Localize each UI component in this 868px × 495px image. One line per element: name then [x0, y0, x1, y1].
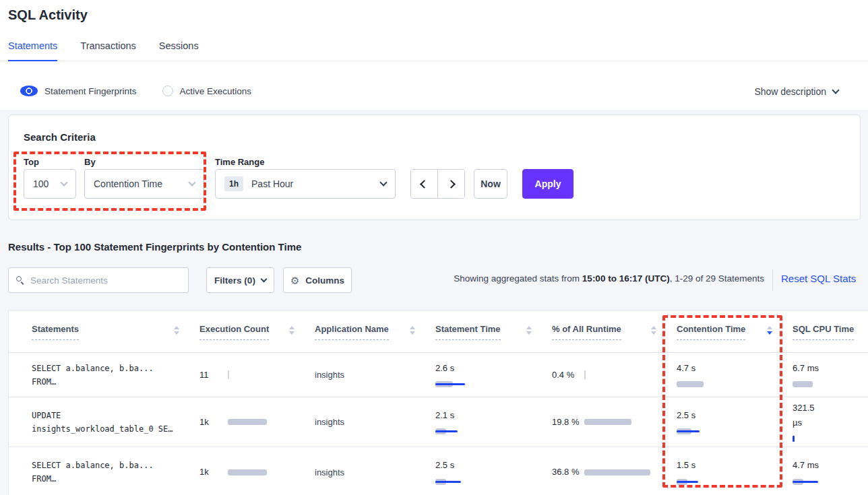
search-criteria-card: Search Criteria Top By Time Range 100 Co…	[8, 114, 861, 220]
column-header-statement-time[interactable]: Statement Time	[435, 324, 552, 352]
statement-time-cell: 2.5 s	[435, 458, 552, 486]
table-row: SELECT a.balance, b.ba...FROM…11insights…	[9, 353, 868, 397]
column-header-sql-cpu-time[interactable]: SQL CPU Time	[793, 324, 868, 352]
application-name-cell: insights	[315, 467, 435, 477]
by-label: By	[84, 157, 96, 167]
time-range-value: Past Hour	[251, 178, 293, 189]
statement-line: FROM…	[32, 375, 190, 389]
statement-fingerprint-link[interactable]: SELECT a.balance, b.ba...FROM…	[32, 459, 199, 486]
contention-time-cell: 1.5 s	[677, 458, 793, 486]
by-select[interactable]: Contention Time	[84, 169, 204, 199]
sort-arrows-icon	[289, 324, 294, 335]
time-nav-group	[410, 169, 465, 199]
time-range-label: Time Range	[215, 157, 264, 167]
statement-fingerprint-link[interactable]: UPDATEinsights_workload_table_0 SE…	[32, 409, 199, 436]
by-select-value: Contention Time	[94, 178, 162, 189]
bar-chart	[584, 468, 650, 477]
results-heading: Results - Top 100 Statement Fingerprints…	[8, 241, 301, 253]
contention-time-cell-value: 2.5 s	[677, 408, 783, 423]
application-name-cell: insights	[315, 370, 435, 380]
column-label: Contention Time	[677, 324, 745, 340]
contention-time-cell-value: 1.5 s	[677, 458, 783, 473]
bar-chart	[793, 380, 813, 389]
now-button[interactable]: Now	[474, 169, 507, 199]
search-criteria-heading: Search Criteria	[24, 131, 96, 143]
statement-line: FROM…	[32, 472, 190, 486]
chevron-left-icon	[420, 180, 429, 189]
sort-arrows-icon	[651, 324, 656, 335]
radio-label: Active Executions	[180, 86, 252, 96]
now-button-label: Now	[480, 178, 501, 189]
pct-runtime-cell-value: 0.4 %	[552, 370, 584, 381]
radio-active-executions[interactable]: Active Executions	[162, 86, 252, 96]
show-description-toggle[interactable]: Show description	[754, 86, 838, 97]
table-row: UPDATEinsights_workload_table_0 SE…1kins…	[9, 397, 868, 447]
sql-cpu-time-cell: 6.7 ms	[793, 361, 868, 389]
sql-activity-page: SQL Activity StatementsTransactionsSessi…	[0, 0, 868, 495]
sql-cpu-time-cell: 321.5 µs	[793, 401, 868, 443]
radio-unselected-icon	[162, 86, 173, 96]
filters-button[interactable]: Filters (0)	[206, 267, 274, 293]
bar-chart	[435, 477, 461, 486]
search-statements-input[interactable]	[30, 275, 181, 286]
statement-fingerprint-link[interactable]: SELECT a.balance, b.ba...FROM…	[32, 362, 199, 389]
time-range-select[interactable]: 1h Past Hour	[215, 169, 396, 199]
contention-time-cell-value: 4.7 s	[677, 361, 783, 376]
column-header-execution-count[interactable]: Execution Count	[199, 324, 315, 352]
pct-runtime-cell: 36.8 %	[552, 467, 677, 477]
table-header-row: StatementsExecution CountApplication Nam…	[9, 310, 868, 353]
bar-chart	[677, 477, 698, 486]
columns-button[interactable]: ⚙ Columns	[283, 267, 352, 293]
tab-sessions[interactable]: Sessions	[159, 40, 199, 61]
chevron-down-icon	[60, 178, 67, 186]
bar-chart	[228, 468, 267, 477]
column-label: Statements	[32, 324, 79, 340]
toolbar-divider	[772, 269, 773, 291]
statement-line: SELECT a.balance, b.ba...	[32, 459, 190, 472]
gear-icon: ⚙	[290, 275, 299, 286]
filters-button-label: Filters (0)	[214, 275, 255, 286]
statement-time-cell-value: 2.6 s	[435, 361, 542, 376]
sort-arrows-icon	[174, 324, 179, 335]
next-time-button[interactable]	[438, 170, 464, 198]
time-range-badge: 1h	[224, 176, 243, 191]
top-select[interactable]: 100	[24, 169, 76, 199]
statement-time-cell: 2.1 s	[435, 408, 552, 436]
previous-time-button[interactable]	[411, 170, 437, 198]
view-mode-radios: Statement FingerprintsActive Executions	[20, 86, 251, 96]
radio-selected-icon	[20, 86, 38, 96]
apply-button[interactable]: Apply	[522, 169, 574, 199]
table-row: SELECT a.balance, b.ba...FROM…1kinsights…	[9, 447, 868, 495]
tab-transactions[interactable]: Transactions	[80, 40, 135, 61]
bar-chart	[677, 380, 704, 389]
pct-runtime-cell-value: 19.8 %	[552, 417, 584, 428]
sql-cpu-time-cell: 4.7 ms	[793, 458, 868, 486]
showing-suffix: , 1-29 of 29 Statements	[670, 273, 764, 284]
execution-count-cell: 11	[199, 370, 315, 381]
column-label: Statement Time	[435, 324, 501, 340]
chevron-down-icon	[260, 276, 267, 283]
column-header-contention-time[interactable]: Contention Time	[677, 324, 793, 352]
search-icon	[16, 275, 25, 285]
radio-statement-fingerprints[interactable]: Statement Fingerprints	[20, 86, 137, 96]
showing-stats-text: Showing aggregated stats from 15:00 to 1…	[431, 273, 764, 284]
reset-sql-stats-link[interactable]: Reset SQL Stats	[781, 273, 856, 284]
statement-time-cell: 2.6 s	[435, 361, 552, 389]
application-name-cell: insights	[315, 417, 435, 427]
column-header-statements[interactable]: Statements	[32, 324, 199, 352]
bar-chart	[677, 427, 700, 436]
execution-count-cell-value: 1k	[199, 467, 228, 477]
apply-button-label: Apply	[535, 178, 561, 189]
show-description-label: Show description	[754, 86, 826, 97]
pct-runtime-cell: 19.8 %	[552, 417, 677, 428]
column-header-application-name[interactable]: Application Name	[315, 324, 435, 352]
statements-table: StatementsExecution CountApplication Nam…	[8, 310, 868, 495]
statement-line: UPDATE	[32, 409, 190, 422]
column-label: Execution Count	[199, 324, 269, 340]
sort-arrows-icon	[767, 324, 772, 335]
tab-statements[interactable]: Statements	[8, 40, 57, 61]
tabbar: StatementsTransactionsSessions	[8, 40, 199, 61]
column-header-of-all-runtime[interactable]: % of All Runtime	[552, 324, 677, 352]
chevron-right-icon	[447, 180, 456, 189]
statement-time-cell-value: 2.1 s	[435, 408, 542, 423]
